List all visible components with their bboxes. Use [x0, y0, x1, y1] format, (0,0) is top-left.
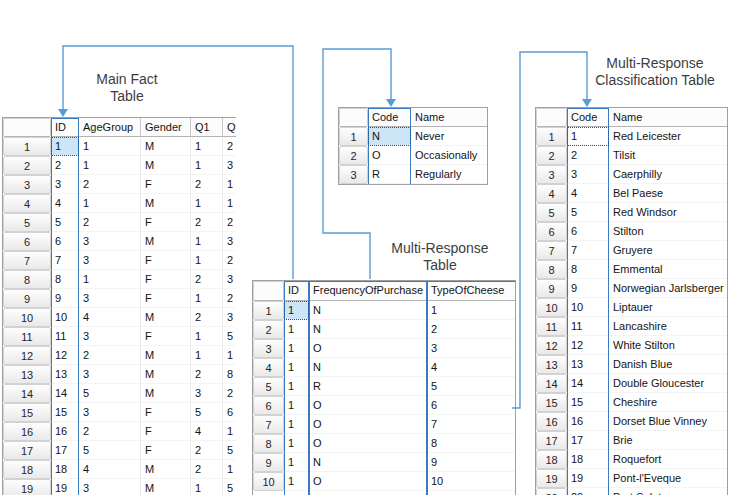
data-cell[interactable]: 1 [79, 137, 141, 156]
data-cell[interactable]: F [141, 213, 191, 232]
data-cell[interactable]: M [141, 137, 191, 156]
data-cell[interactable]: 1 [79, 156, 141, 175]
row-number-cell[interactable]: 2 [3, 156, 51, 175]
data-cell[interactable]: 11 [51, 327, 79, 346]
data-cell[interactable]: 1 [191, 194, 223, 213]
data-cell[interactable]: 3 [79, 479, 141, 495]
data-cell[interactable]: 9 [427, 453, 516, 472]
data-cell[interactable]: 16 [51, 422, 79, 441]
row-number-cell[interactable]: 7 [536, 241, 567, 260]
data-cell[interactable]: 2 [427, 320, 516, 339]
data-cell[interactable]: 1 [223, 175, 236, 194]
row-number-cell[interactable]: 20 [536, 488, 567, 495]
data-cell[interactable]: 1 [223, 346, 236, 365]
row-number-cell[interactable]: 17 [3, 441, 51, 460]
data-cell[interactable]: Red Leicester [609, 127, 728, 146]
data-cell[interactable]: 14 [51, 384, 79, 403]
row-number-cell[interactable]: 10 [3, 308, 51, 327]
data-cell[interactable]: 9 [567, 279, 609, 298]
data-cell[interactable]: 2 [223, 289, 236, 308]
data-cell[interactable]: 4 [79, 460, 141, 479]
data-cell[interactable]: 5 [223, 479, 236, 495]
column-header-frequencyofpurchase[interactable]: FrequencyOfPurchase [309, 281, 427, 301]
data-cell[interactable]: 20 [567, 488, 609, 495]
data-cell[interactable]: 17 [51, 441, 79, 460]
data-cell[interactable]: O [309, 396, 427, 415]
data-cell[interactable]: 13 [567, 355, 609, 374]
data-cell[interactable]: 17 [567, 431, 609, 450]
column-header-typeofcheese[interactable]: TypeOfCheese [427, 281, 516, 301]
data-cell[interactable]: 15 [51, 403, 79, 422]
column-header-id[interactable]: ID [51, 118, 79, 137]
data-cell[interactable]: 1 [284, 434, 309, 453]
data-cell[interactable]: 5 [191, 403, 223, 422]
data-cell[interactable]: 2 [223, 137, 236, 156]
data-cell[interactable]: F [141, 270, 191, 289]
data-cell[interactable]: Tilsit [609, 146, 728, 165]
data-cell[interactable]: Port Salut [609, 488, 728, 495]
data-cell[interactable]: F [141, 327, 191, 346]
data-cell[interactable]: 1 [191, 327, 223, 346]
data-cell[interactable]: 3 [223, 156, 236, 175]
data-cell[interactable]: M [141, 346, 191, 365]
column-header-name[interactable]: Name [609, 108, 728, 127]
data-cell[interactable]: Emmental [609, 260, 728, 279]
row-number-cell[interactable]: 7 [253, 415, 284, 434]
data-cell[interactable]: 1 [427, 301, 516, 320]
row-number-cell[interactable]: 15 [3, 403, 51, 422]
data-cell[interactable]: 10 [51, 308, 79, 327]
data-cell[interactable]: 1 [79, 270, 141, 289]
data-cell[interactable]: Double Gloucester [609, 374, 728, 393]
data-cell[interactable]: N [309, 453, 427, 472]
data-cell[interactable]: M [141, 308, 191, 327]
data-cell[interactable]: 3 [567, 165, 609, 184]
data-cell[interactable]: 1 [191, 479, 223, 495]
row-number-header[interactable] [253, 281, 284, 301]
data-cell[interactable]: 7 [567, 241, 609, 260]
data-cell[interactable]: 1 [79, 194, 141, 213]
data-cell[interactable]: 16 [567, 412, 609, 431]
data-cell[interactable]: 8 [51, 270, 79, 289]
data-cell[interactable]: 3 [223, 308, 236, 327]
data-cell[interactable]: Danish Blue [609, 355, 728, 374]
data-cell[interactable]: Norwegian Jarlsberger [609, 279, 728, 298]
data-cell[interactable]: 6 [567, 222, 609, 241]
data-cell[interactable]: 2 [191, 365, 223, 384]
row-number-cell[interactable]: 17 [536, 431, 567, 450]
row-number-cell[interactable]: 13 [536, 355, 567, 374]
data-cell[interactable]: 4 [79, 308, 141, 327]
row-number-cell[interactable]: 19 [536, 469, 567, 488]
data-cell[interactable]: Cheshire [609, 393, 728, 412]
data-cell[interactable]: 1 [51, 137, 79, 156]
data-cell[interactable]: 10 [567, 298, 609, 317]
data-cell[interactable]: 1 [284, 377, 309, 396]
column-header-id[interactable]: ID [284, 281, 309, 301]
data-cell[interactable]: 18 [567, 450, 609, 469]
column-header-code[interactable]: Code [567, 108, 609, 127]
row-number-cell[interactable]: 11 [536, 317, 567, 336]
data-cell[interactable]: 2 [223, 384, 236, 403]
data-cell[interactable]: 2 [191, 441, 223, 460]
data-cell[interactable]: 19 [567, 469, 609, 488]
data-cell[interactable]: 1 [223, 460, 236, 479]
row-number-cell[interactable]: 19 [3, 479, 51, 495]
data-cell[interactable]: 3 [79, 403, 141, 422]
data-cell[interactable]: 5 [79, 384, 141, 403]
row-number-cell[interactable]: 2 [253, 320, 284, 339]
data-cell[interactable]: 1 [284, 320, 309, 339]
data-cell[interactable]: 4 [51, 194, 79, 213]
data-cell[interactable]: N [368, 127, 411, 146]
data-cell[interactable]: Lancashire [609, 317, 728, 336]
data-cell[interactable]: 1 [191, 232, 223, 251]
data-cell[interactable]: 2 [567, 146, 609, 165]
column-header-code[interactable]: Code [368, 108, 411, 127]
row-number-cell[interactable]: 15 [536, 393, 567, 412]
row-number-cell[interactable]: 8 [253, 434, 284, 453]
data-cell[interactable]: 5 [51, 213, 79, 232]
data-cell[interactable]: 8 [223, 365, 236, 384]
data-cell[interactable]: 4 [567, 184, 609, 203]
data-cell[interactable]: 2 [191, 270, 223, 289]
data-cell[interactable]: 5 [223, 441, 236, 460]
data-cell[interactable]: Liptauer [609, 298, 728, 317]
data-cell[interactable]: M [141, 194, 191, 213]
